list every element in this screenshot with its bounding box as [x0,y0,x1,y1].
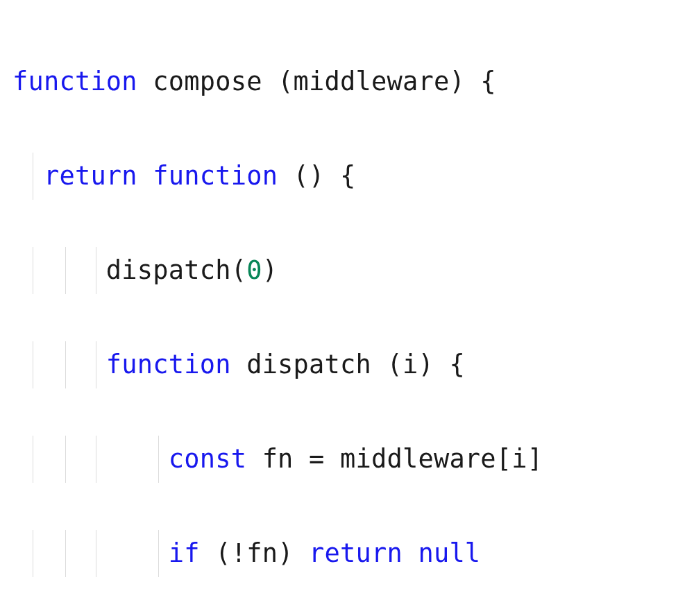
identifier-fn: fn [246,538,278,568]
identifier-dispatch: dispatch [246,350,371,379]
identifier-fn: fn [262,444,294,474]
rparen: ) [309,161,324,191]
identifier-dispatch: dispatch [106,255,231,285]
rparen: ) [278,538,293,568]
lbrace: { [480,67,496,96]
code-line-1: function compose (middleware) { [12,58,682,105]
keyword-return: return [44,161,137,191]
lparen: ( [294,161,309,191]
bang: ! [231,538,246,568]
lparen: ( [231,255,246,285]
identifier-i: i [511,444,527,474]
lparen: ( [278,67,293,96]
rparen: ) [449,67,464,96]
keyword-null: null [418,538,480,568]
keyword-if: if [169,538,200,568]
rparen: ) [262,255,278,285]
keyword-function: function [12,67,137,96]
lparen: ( [387,350,402,379]
rbracket: ] [527,444,543,474]
keyword-function: function [106,350,231,379]
number-zero: 0 [246,255,262,285]
keyword-return: return [309,538,403,568]
keyword-function: function [153,161,278,191]
keyword-const: const [169,444,246,474]
lbrace: { [449,350,464,379]
code-line-6: if (!fn) return null [12,530,682,577]
identifier-middleware: middleware [294,67,450,96]
lparen: ( [215,538,230,568]
eq: = [309,444,324,474]
identifier-i: i [403,350,418,379]
lbracket: [ [496,444,511,474]
lbrace: { [340,161,355,191]
code-line-2: return function () { [12,153,682,200]
code-line-3: dispatch(0) [12,247,682,294]
rparen: ) [418,350,433,379]
code-line-4: function dispatch (i) { [12,341,682,388]
identifier-middleware: middleware [340,444,496,474]
identifier-compose: compose [153,67,262,96]
code-block: function compose (middleware) { return f… [0,0,694,616]
code-line-5: const fn = middleware[i] [12,436,682,483]
